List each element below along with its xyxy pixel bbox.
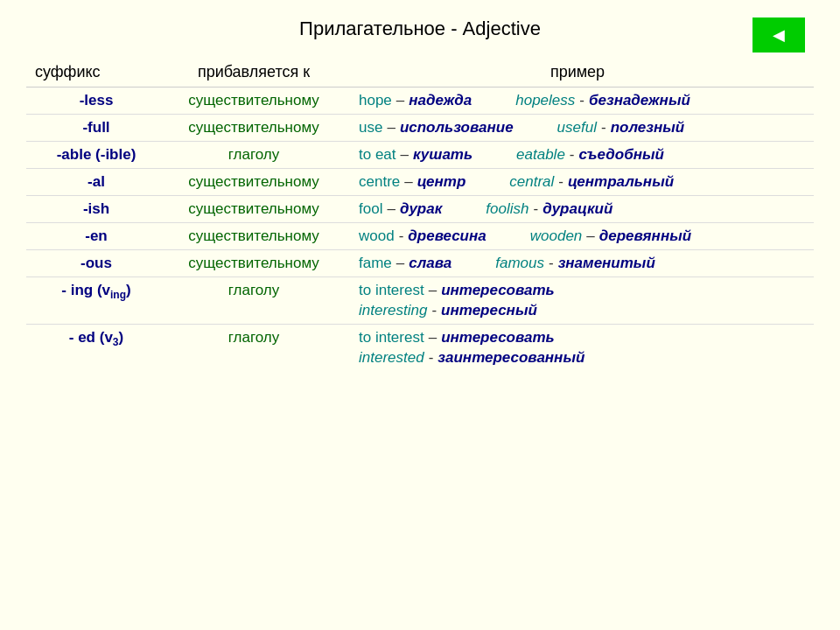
ex2-en: interesting	[359, 302, 427, 319]
ex1-en: fame	[359, 255, 392, 272]
adds-to-cell: существительному	[166, 223, 341, 250]
suffix-cell: -en	[26, 223, 166, 250]
table-row: -enсуществительному wood - древесина woo…	[26, 223, 814, 250]
ex2-en: useful	[557, 119, 597, 136]
suffix-cell: -full	[26, 115, 166, 142]
adds-to-cell: существительному	[166, 169, 341, 196]
ex1-en: fool	[359, 200, 382, 218]
ex2-ru: полезный	[611, 119, 684, 136]
example-cell: to eat – кушать eatable - съедобный	[341, 142, 814, 169]
page-title: Прилагательное - Adjective	[299, 18, 541, 39]
suffix-cell: -ish	[26, 196, 166, 223]
ex1-en: to interest	[359, 329, 424, 346]
ex1-ru: использование	[400, 119, 514, 136]
ex2-en: central	[509, 173, 554, 191]
ex1-en: to interest	[359, 282, 424, 299]
ex2-en: foolish	[486, 200, 528, 218]
adds-to-cell: глаголу	[166, 325, 341, 372]
col-suffix: суффикс	[26, 58, 166, 88]
ex2-ru: безнадежный	[589, 92, 690, 109]
ex1-en: use	[359, 119, 382, 136]
adds-to-cell: глаголу	[166, 142, 341, 169]
back-button[interactable]: ◀	[752, 18, 805, 52]
ex2-ru: интересный	[441, 302, 537, 319]
col-adds-to: прибавляется к	[166, 58, 341, 88]
ex2-ru: деревянный	[599, 228, 691, 245]
table-row: -alсуществительному centre – центр centr…	[26, 169, 814, 196]
table-row: -ishсуществительному fool – дурак foolis…	[26, 196, 814, 223]
ex2-ru: центральный	[568, 173, 674, 191]
ex2-en: interested	[359, 349, 424, 367]
example-cell: hope – надежда hopeless - безнадежный	[341, 88, 814, 115]
ex2-en: hopeless	[515, 92, 575, 109]
ex1-en: hope	[359, 92, 392, 109]
ex1-ru: слава	[409, 255, 452, 272]
suffix-cell: - ed (v3)	[26, 325, 166, 372]
col-example: пример	[341, 58, 814, 88]
ex1-ru: дурак	[400, 200, 442, 218]
suffix-cell: -less	[26, 88, 166, 115]
ex2-ru: съедобный	[579, 146, 664, 164]
ex2-en: wooden	[530, 228, 583, 245]
suffix-cell: -ous	[26, 250, 166, 277]
ex1-en: centre	[359, 173, 400, 191]
adds-to-cell: глаголу	[166, 277, 341, 325]
table-row: -able (-ible)глаголу to eat – кушать eat…	[26, 142, 814, 169]
example-cell: centre – центр central - центральный	[341, 169, 814, 196]
ex2-ru: заинтересованный	[438, 349, 584, 367]
ex2-en: eatable	[516, 146, 565, 164]
adds-to-cell: существительному	[166, 196, 341, 223]
ex1-ru: древесина	[408, 228, 486, 245]
ex1-en: wood	[359, 228, 395, 245]
main-table: суффикс прибавляется к пример -lessсущес…	[26, 58, 814, 371]
ex1-ru: кушать	[413, 146, 472, 164]
example-cell: use – использование useful - полезный	[341, 115, 814, 142]
suffix-cell: - ing (ving)	[26, 277, 166, 325]
adds-to-cell: существительному	[166, 250, 341, 277]
adds-to-cell: существительному	[166, 88, 341, 115]
adds-to-cell: существительному	[166, 115, 341, 142]
example-cell: to interest – интересовать interesting -…	[341, 277, 814, 325]
example-cell: wood - древесина wooden – деревянный	[341, 223, 814, 250]
page: Прилагательное - Adjective ◀ суффикс при…	[0, 0, 840, 630]
example-cell: fool – дурак foolish - дурацкий	[341, 196, 814, 223]
example-cell: fame – слава famous - знаменитый	[341, 250, 814, 277]
ex1-ru: центр	[417, 173, 466, 191]
ex1-ru: надежда	[409, 92, 472, 109]
ex2-ru: дурацкий	[542, 200, 612, 218]
ex2-en: famous	[495, 255, 544, 272]
table-row: -lessсуществительному hope – надежда hop…	[26, 88, 814, 115]
ex1-en: to eat	[359, 146, 396, 164]
title-area: Прилагательное - Adjective ◀	[26, 18, 814, 40]
ex1-ru: интересовать	[441, 329, 555, 346]
table-row: -fullсуществительному use – использовани…	[26, 115, 814, 142]
table-row: -ousсуществительному fame – слава famous…	[26, 250, 814, 277]
table-row: - ed (v3)глаголу to interest – интересов…	[26, 325, 814, 372]
example-cell: to interest – интересовать interested - …	[341, 325, 814, 372]
table-row: - ing (ving)глаголу to interest – интере…	[26, 277, 814, 325]
suffix-cell: -able (-ible)	[26, 142, 166, 169]
ex1-ru: интересовать	[441, 282, 555, 299]
suffix-cell: -al	[26, 169, 166, 196]
ex2-ru: знаменитый	[558, 255, 655, 272]
